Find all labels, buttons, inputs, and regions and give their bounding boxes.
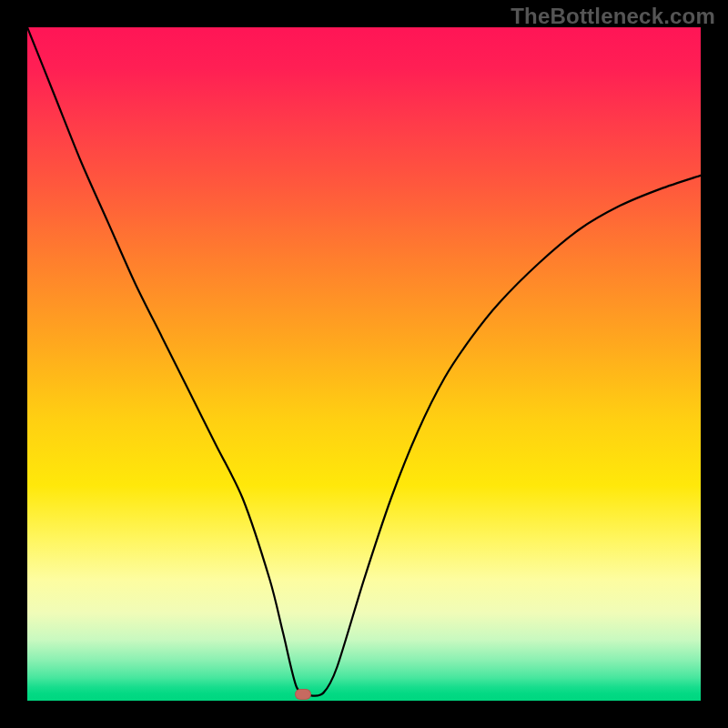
bottleneck-curve: [27, 27, 701, 696]
chart-frame: TheBottleneck.com: [0, 0, 728, 728]
curve-svg: [27, 27, 701, 701]
watermark-text: TheBottleneck.com: [511, 4, 715, 29]
plot-area: [27, 27, 701, 701]
minimum-marker: [295, 689, 311, 700]
